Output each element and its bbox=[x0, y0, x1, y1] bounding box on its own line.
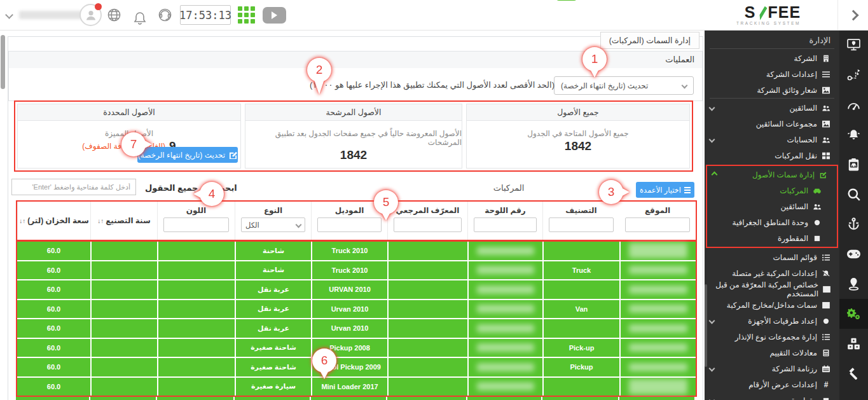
cell-partial bbox=[89, 397, 156, 400]
filter-input-plate[interactable] bbox=[474, 217, 537, 232]
column-header-year[interactable]: سنة التصنيع↑↓ bbox=[90, 202, 157, 240]
sidebar-item-0[interactable]: الشركة bbox=[705, 50, 839, 66]
filter-input-model[interactable] bbox=[317, 217, 382, 232]
sidebar-item-14[interactable]: خصائص المركبة المعرّفة من قبل المستخدم bbox=[705, 281, 839, 297]
sidebar-item-label: المركبات bbox=[780, 186, 808, 195]
cell-plate bbox=[467, 300, 542, 319]
table-row-3[interactable]: VanUrvan 2010عربة نقل60.0 bbox=[17, 300, 696, 320]
annotation-marker-5: 5 bbox=[374, 190, 398, 214]
sidebar-item-2[interactable]: شعار وثائق الشركة bbox=[705, 82, 839, 98]
table-title: المركبات bbox=[483, 183, 534, 193]
sidebar-item-5[interactable]: الحسابات bbox=[705, 132, 839, 148]
sidebar-item-4[interactable]: مجموعات السائقين bbox=[705, 116, 839, 132]
annotation-highlight-box: إدارة سمات الأصولالمركباتالسائقينوحدة ال… bbox=[706, 165, 838, 248]
youtube-icon[interactable] bbox=[263, 0, 286, 30]
global-search-input[interactable] bbox=[11, 179, 136, 195]
sidebar-item-20[interactable]: #إعدادات عرض الأرقام bbox=[705, 376, 839, 392]
cell-classification bbox=[542, 319, 619, 338]
sidebar-item-9[interactable]: السائقين bbox=[707, 198, 837, 214]
search-icon[interactable] bbox=[839, 179, 868, 209]
column-label: اللون bbox=[186, 206, 206, 215]
anchor-icon[interactable] bbox=[839, 209, 868, 239]
apps-grid-icon[interactable] bbox=[238, 0, 255, 30]
geofence-pin-icon[interactable] bbox=[839, 269, 868, 299]
sidebar-scrollbar[interactable] bbox=[705, 284, 707, 367]
gamepad-icon[interactable] bbox=[839, 239, 868, 269]
column-label: النوع bbox=[264, 206, 282, 215]
dashboard-gauge-icon[interactable] bbox=[839, 90, 868, 120]
language-globe-icon[interactable] bbox=[107, 0, 121, 30]
table-row-0[interactable]: Truck 2010شاحنة60.0 bbox=[17, 242, 696, 261]
cell-color bbox=[157, 280, 235, 299]
cell-model: Mini Loader 2017 bbox=[311, 378, 387, 396]
alerts-bell-icon[interactable] bbox=[839, 120, 868, 149]
table-row-7[interactable]: Mini Loader 2017سيارة صغيرة60.0 bbox=[17, 378, 696, 396]
sidebar-item-1[interactable]: إعدادات الشركة bbox=[705, 66, 839, 82]
tracking-monitor-icon[interactable] bbox=[839, 30, 868, 60]
sidebar-item-6[interactable]: نقل المركبات bbox=[705, 148, 839, 163]
redacted-location bbox=[629, 379, 687, 394]
action-select[interactable]: تحديث (تاريخ انتهاء الرخصة) bbox=[554, 76, 694, 95]
cell-color bbox=[157, 300, 235, 319]
sidebar-collapse-chevron-icon[interactable] bbox=[837, 0, 868, 30]
annotation-marker-1: 1 bbox=[582, 47, 607, 71]
filter-input-classification[interactable] bbox=[549, 217, 614, 232]
logo-arrow-icon bbox=[757, 6, 768, 20]
update-license-expiry-button[interactable]: تحديث (تاريخ انتهاء الرخصة) bbox=[137, 147, 238, 163]
redacted-location bbox=[629, 343, 687, 352]
cell-plate bbox=[467, 280, 542, 299]
table-row-5[interactable]: Pick-upPickup 2008شاحنة صغيرة60.0 bbox=[17, 339, 696, 359]
table-row-1[interactable]: TruckTruck 2010شاحنة60.0 bbox=[17, 261, 696, 281]
cell-partial bbox=[618, 397, 694, 400]
sidebar-item-18[interactable]: معادلات التقييم bbox=[705, 345, 839, 361]
cell-location bbox=[619, 358, 696, 376]
cell-tank: 60.0 bbox=[17, 300, 90, 319]
column-header-color: اللون bbox=[157, 202, 235, 240]
cell-plate bbox=[467, 242, 542, 260]
sidebar-item-12[interactable]: قوائم السمات bbox=[705, 249, 839, 265]
table-row-4[interactable]: Urvan 2010عربة نقل60.0 bbox=[17, 319, 696, 339]
cell-partial bbox=[233, 397, 310, 400]
cell-model: URVAN 2010 bbox=[311, 280, 387, 299]
all-assets-count: 1842 bbox=[565, 139, 591, 153]
sidebar-item-16[interactable]: إعداد طرفيات الأجهزة bbox=[705, 313, 839, 329]
filter-input-location[interactable] bbox=[625, 217, 690, 232]
sidebar-item-13[interactable]: إعدادات المركبة غير متصلة bbox=[705, 265, 839, 281]
filter-select-type[interactable]: الكل bbox=[241, 217, 305, 232]
route-icon[interactable] bbox=[839, 60, 868, 90]
filter-input-ref[interactable] bbox=[394, 217, 462, 232]
choose-columns-button[interactable]: اختيار الأعمدة bbox=[636, 182, 694, 198]
edit-icon bbox=[229, 151, 237, 159]
tools-icon[interactable] bbox=[839, 359, 868, 389]
sidebar-item-label: قوائم السمات bbox=[773, 253, 817, 262]
page-scrollbar[interactable] bbox=[1, 35, 5, 89]
column-header-tank[interactable]: سعة الخزان (لتر)↑↓ bbox=[17, 202, 90, 240]
table-row-2[interactable]: URVAN 2010عربة نقل60.0 bbox=[17, 280, 696, 300]
sidebar-item-8[interactable]: المركبات bbox=[707, 183, 837, 198]
square-icon bbox=[813, 235, 822, 242]
sidebar-item-7[interactable]: إدارة سمات الأصول bbox=[707, 167, 837, 183]
filter-input-color[interactable] bbox=[163, 217, 229, 232]
sort-arrows-icon[interactable]: ↑↓ bbox=[97, 217, 104, 224]
settings-gears-icon[interactable] bbox=[839, 299, 868, 329]
table-row-partial bbox=[16, 397, 694, 400]
sort-arrows-icon[interactable]: ↑↓ bbox=[19, 217, 25, 224]
sidebar-item-10[interactable]: وحدة المناطق الجغرافية bbox=[707, 214, 837, 230]
sidebar-item-3[interactable]: السائقين bbox=[705, 100, 839, 116]
sidebar-item-17[interactable]: إدارة مجموعات نوع الإنذار bbox=[705, 329, 839, 345]
annotation-marker-6: 6 bbox=[312, 348, 336, 373]
vehicle-report-icon[interactable] bbox=[839, 149, 868, 179]
columns-menu-icon bbox=[684, 187, 691, 193]
redacted-location bbox=[629, 324, 687, 333]
modules-icon[interactable] bbox=[839, 329, 868, 359]
sidebar-item-11[interactable]: المقطورة bbox=[707, 230, 837, 246]
cell-location bbox=[619, 378, 696, 396]
circle-icon bbox=[822, 317, 830, 325]
sidebar-item-19[interactable]: رزنامة الشركة bbox=[705, 361, 839, 376]
table-row-6[interactable]: PickupPatrol Pickup 2009شاحنة صغيرة60.0 bbox=[17, 358, 696, 378]
support-24h-icon[interactable] bbox=[158, 0, 172, 30]
sidebar-item-21[interactable]: مقطورة bbox=[705, 392, 839, 400]
sidebar-item-15[interactable]: سمات مداخل/مخارج المركبة bbox=[705, 297, 839, 313]
user-avatar[interactable] bbox=[79, 0, 102, 30]
user-menu-chevron-icon[interactable] bbox=[6, 0, 12, 30]
